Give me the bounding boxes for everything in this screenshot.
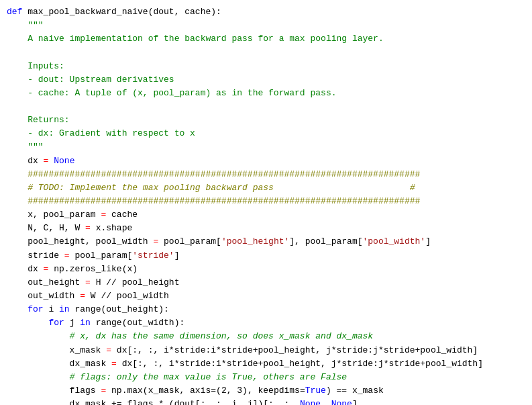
line-8 xyxy=(7,100,525,114)
line-14: # TODO: Implement the max pooling backwa… xyxy=(7,181,525,195)
line-24: for j in range(out_width): xyxy=(7,316,525,330)
line-12: dx = None xyxy=(7,154,525,168)
line-3: A naive implementation of the backward p… xyxy=(7,32,525,46)
line-15: ########################################… xyxy=(7,195,525,208)
line-13: ########################################… xyxy=(7,168,525,181)
line-23: for i in range(out_height): xyxy=(7,303,525,316)
line-19: stride = pool_param['stride'] xyxy=(7,249,525,263)
line-2: """ xyxy=(7,19,525,32)
line-28: # flags: only the max value is True, oth… xyxy=(7,371,525,384)
line-27: dx_mask = dx[:, :, i*stride:i*stride+poo… xyxy=(7,357,525,371)
line-7: - cache: A tuple of (x, pool_param) as i… xyxy=(7,87,525,100)
line-17: N, C, H, W = x.shape xyxy=(7,222,525,235)
line-10: - dx: Gradient with respect to x xyxy=(7,127,525,140)
line-11: """ xyxy=(7,140,525,154)
line-1: def max_pool_backward_naive(dout, cache)… xyxy=(7,5,525,19)
line-29: flags = np.max(x_mask, axis=(2, 3), keep… xyxy=(7,384,525,398)
line-5: Inputs: xyxy=(7,60,525,73)
line-20: dx = np.zeros_like(x) xyxy=(7,263,525,276)
line-6: - dout: Upstream derivatives xyxy=(7,73,525,87)
line-22: out_width = W // pool_width xyxy=(7,289,525,303)
line-4 xyxy=(7,46,525,59)
line-18: pool_height, pool_width = pool_param['po… xyxy=(7,235,525,249)
line-9: Returns: xyxy=(7,114,525,127)
line-21: out_height = H // pool_height xyxy=(7,276,525,289)
line-25: # x, dx has the same dimension, so does … xyxy=(7,330,525,343)
line-16: x, pool_param = cache xyxy=(7,208,525,222)
line-30: dx_mask += flags * (dout[:, :, i, j])[:,… xyxy=(7,398,525,405)
line-26: x_mask = dx[:, :, i*stride:i*stride+pool… xyxy=(7,344,525,357)
code-block: def max_pool_backward_naive(dout, cache)… xyxy=(0,0,532,405)
